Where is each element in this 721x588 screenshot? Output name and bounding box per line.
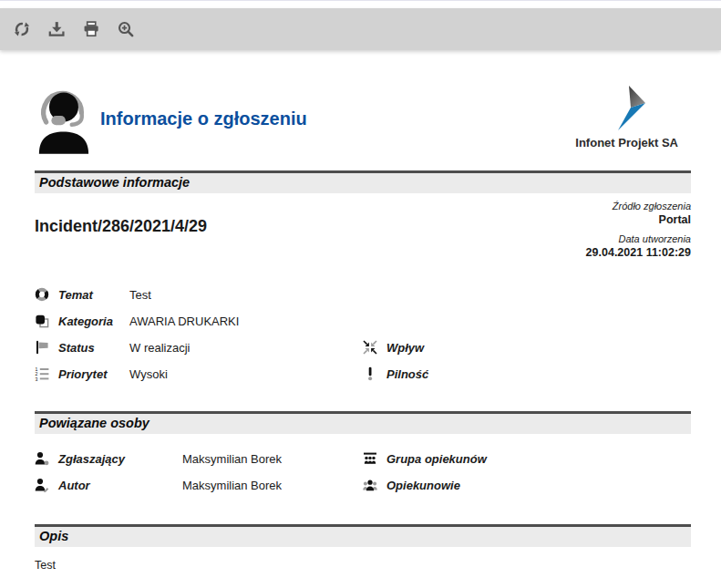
company-name: Infonet Projekt SA bbox=[575, 136, 678, 150]
impact-arrows-icon bbox=[363, 340, 386, 355]
field-row-wplyw: Wpływ bbox=[363, 335, 691, 361]
support-agent-icon bbox=[35, 83, 91, 154]
section-bar-people: Powiązane osoby bbox=[35, 411, 691, 434]
group-frame-icon bbox=[363, 451, 386, 466]
people-fields-grid: Zgłaszający Maksymilian Borek Autor Maks… bbox=[35, 446, 691, 499]
numbered-list-icon: 1 2 3 bbox=[35, 366, 58, 381]
section-bar-description: Opis bbox=[35, 524, 691, 547]
report-document: Informacje o zgłoszeniu In bbox=[0, 50, 721, 572]
page-title: Informacje o zgłoszeniu bbox=[100, 108, 307, 129]
field-value: Maksymilian Borek bbox=[182, 479, 282, 492]
field-row-pilnosc: Pilność bbox=[363, 361, 691, 387]
field-label: Pilność bbox=[386, 367, 458, 381]
field-label: Wpływ bbox=[386, 341, 458, 355]
download-icon bbox=[48, 21, 65, 37]
meta-source-label: Źródło zgłoszenia bbox=[586, 201, 691, 213]
field-label: Priorytet bbox=[58, 367, 129, 381]
incident-id: Incident/286/2021/4/29 bbox=[35, 217, 207, 267]
field-label: Grupa opiekunów bbox=[386, 452, 510, 466]
field-label: Temat bbox=[58, 288, 129, 302]
incident-meta-row: Incident/286/2021/4/29 Źródło zgłoszenia… bbox=[35, 201, 691, 267]
field-row-priorytet: 1 2 3 Priorytet Wysoki bbox=[35, 361, 363, 387]
flag-icon bbox=[35, 340, 58, 355]
field-value: Maksymilian Borek bbox=[182, 452, 282, 466]
print-button[interactable] bbox=[77, 15, 106, 44]
report-header: Informacje o zgłoszeniu In bbox=[35, 83, 691, 154]
field-row-opiekunowie: Opiekunowie bbox=[363, 472, 691, 499]
category-squares-icon bbox=[35, 314, 58, 328]
field-value: AWARIA DRUKARKI bbox=[129, 315, 239, 328]
field-row-autor: Autor Maksymilian Borek bbox=[35, 472, 363, 499]
field-row-temat: Temat Test bbox=[35, 282, 363, 308]
report-toolbar bbox=[0, 8, 721, 50]
field-value: W realizacji bbox=[129, 341, 190, 355]
urgency-exclamation-icon bbox=[363, 366, 386, 381]
download-button[interactable] bbox=[42, 15, 71, 44]
person-badge-icon bbox=[35, 451, 58, 466]
field-row-zglaszajacy: Zgłaszający Maksymilian Borek bbox=[35, 446, 363, 472]
section-bar-basic-info: Podstawowe informacje bbox=[35, 170, 691, 193]
incident-meta: Źródło zgłoszenia Portal Data utworzenia… bbox=[586, 201, 691, 267]
top-strip bbox=[0, 0, 721, 8]
description-text: Test bbox=[35, 559, 691, 572]
basic-fields-grid: Temat Test Kategoria AWARIA DRUKARKI bbox=[35, 282, 691, 387]
person-edit-icon bbox=[35, 478, 58, 492]
field-label: Opiekunowie bbox=[386, 479, 510, 492]
lifebuoy-icon bbox=[35, 287, 58, 302]
group-icon bbox=[363, 478, 386, 492]
field-value: Wysoki bbox=[129, 367, 168, 381]
field-row-grupa-opiekunow: Grupa opiekunów bbox=[363, 446, 691, 472]
refresh-icon bbox=[14, 21, 30, 37]
meta-source-value: Portal bbox=[586, 213, 691, 228]
field-label: Zgłaszający bbox=[58, 452, 182, 466]
field-label: Autor bbox=[58, 479, 182, 492]
zoom-in-icon bbox=[118, 21, 134, 37]
field-value: Test bbox=[129, 288, 151, 302]
print-icon bbox=[83, 21, 99, 37]
meta-created-label: Data utworzenia bbox=[586, 233, 691, 246]
svg-text:3: 3 bbox=[36, 377, 38, 381]
zoom-in-button[interactable] bbox=[111, 15, 140, 44]
refresh-button[interactable] bbox=[7, 15, 36, 44]
field-row-status: Status W realizacji bbox=[35, 335, 363, 361]
company-logo-block: Infonet Projekt SA bbox=[575, 85, 678, 150]
field-label: Status bbox=[58, 341, 129, 355]
infonet-logo-icon bbox=[575, 85, 678, 134]
meta-created-value: 29.04.2021 11:02:29 bbox=[586, 246, 691, 261]
field-row-kategoria: Kategoria AWARIA DRUKARKI bbox=[35, 308, 363, 335]
field-label: Kategoria bbox=[58, 315, 129, 328]
